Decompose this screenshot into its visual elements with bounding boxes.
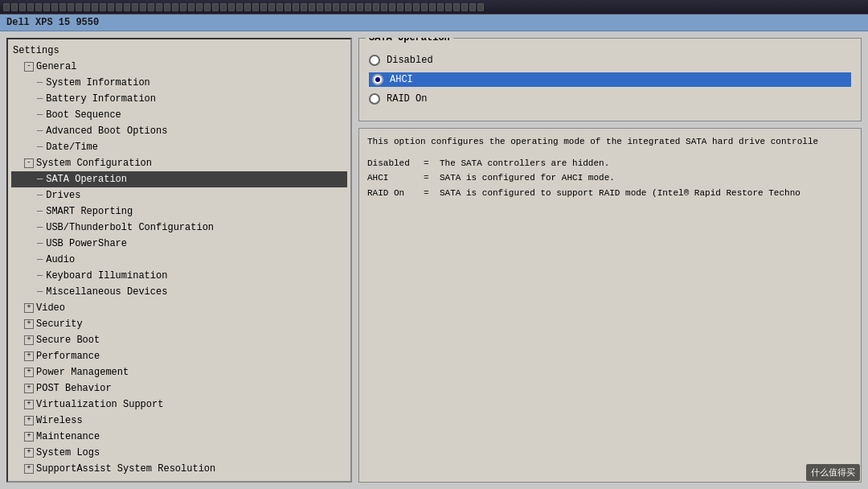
keyboard-illumination-label: Keyboard Illumination — [46, 269, 167, 283]
tree-root-settings: Settings — [11, 43, 347, 59]
tree-item-sata-operation[interactable]: — SATA Operation — [11, 171, 347, 187]
power-management-label: Power Management — [36, 365, 129, 380]
tree-item-power-management[interactable]: + Power Management — [11, 364, 347, 380]
info-table: Disabled = The SATA controllers are hidd… — [367, 156, 853, 201]
video-label: Video — [36, 301, 65, 315]
general-label: General — [36, 60, 76, 74]
advanced-boot-options-label: Advanced Boot Options — [46, 124, 167, 138]
battery-information-label: Battery Information — [46, 92, 156, 106]
radio-disabled-label: Disabled — [387, 55, 433, 66]
system-logs-expand-icon: + — [24, 448, 34, 458]
wireless-expand-icon: + — [24, 416, 34, 425]
sata-operation-label: SATA Operation — [46, 172, 127, 187]
tree-item-usb-thunderbolt[interactable]: — USB/Thunderbolt Configuration — [11, 220, 347, 236]
tree-item-boot-sequence[interactable]: — Boot Sequence — [11, 107, 347, 123]
radio-ahci-circle — [372, 74, 383, 85]
info-row-disabled: Disabled = The SATA controllers are hidd… — [367, 156, 853, 171]
info-key-ahci: AHCI — [367, 171, 424, 186]
info-eq-raid: = — [424, 186, 440, 201]
drives-label: Drives — [46, 188, 80, 203]
left-panel[interactable]: Settings - General — System Information … — [6, 38, 352, 483]
power-management-expand-icon: + — [24, 368, 34, 377]
secure-boot-label: Secure Boot — [36, 333, 100, 347]
wireless-label: Wireless — [36, 413, 83, 428]
post-behavior-label: POST Behavior — [36, 381, 112, 396]
general-expand-icon: - — [24, 62, 34, 72]
video-expand-icon: + — [24, 303, 34, 313]
tree-item-video[interactable]: + Video — [11, 300, 347, 316]
miscellaneous-devices-label: Miscellaneous Devices — [46, 285, 167, 299]
virtualization-support-label: Virtualization Support — [36, 397, 163, 412]
tree-item-system-configuration[interactable]: - System Configuration — [11, 155, 347, 171]
usb-thunderbolt-label: USB/Thunderbolt Configuration — [46, 220, 214, 235]
radio-raid-circle — [369, 93, 380, 105]
info-row-raid: RAID On = SATA is configured to support … — [367, 186, 853, 201]
maintenance-label: Maintenance — [36, 429, 100, 444]
right-panel: SATA Operation Disabled AHCI RAID On Th — [358, 38, 862, 483]
tree-item-smart-reporting[interactable]: — SMART Reporting — [11, 203, 347, 220]
tree-item-secure-boot[interactable]: + Secure Boot — [11, 332, 347, 348]
watermark-text: 什么值得买 — [811, 467, 855, 477]
performance-expand-icon: + — [24, 351, 34, 361]
info-val-raid: SATA is configured to support RAID mode … — [440, 186, 853, 201]
radio-ahci[interactable]: AHCI — [369, 72, 851, 87]
sata-box-title: SATA Operation — [366, 38, 453, 43]
info-description: This option configures the operating mod… — [367, 135, 853, 150]
info-box: This option configures the operating mod… — [358, 128, 862, 483]
tree-item-system-logs[interactable]: + System Logs — [11, 445, 347, 461]
virtualization-expand-icon: + — [24, 400, 34, 409]
info-key-raid: RAID On — [367, 186, 424, 201]
watermark: 什么值得买 — [806, 464, 860, 481]
maintenance-expand-icon: + — [24, 432, 34, 442]
tree-item-battery-information[interactable]: — Battery Information — [11, 91, 347, 107]
tree-item-maintenance[interactable]: + Maintenance — [11, 429, 347, 445]
tree-item-usb-powershare[interactable]: — USB PowerShare — [11, 236, 347, 252]
tree-item-supportassist[interactable]: + SupportAssist System Resolution — [11, 461, 347, 477]
tree-item-performance[interactable]: + Performance — [11, 348, 347, 364]
keyboard-keys — [3, 3, 484, 11]
supportassist-expand-icon: + — [24, 464, 34, 474]
info-row-ahci: AHCI = SATA is configured for AHCI mode. — [367, 171, 853, 186]
settings-label: Settings — [13, 43, 59, 58]
info-eq-ahci: = — [424, 171, 440, 186]
content-area: Settings - General — System Information … — [0, 31, 868, 489]
usb-powershare-label: USB PowerShare — [46, 236, 127, 251]
system-logs-label: System Logs — [36, 446, 100, 460]
info-val-disabled: The SATA controllers are hidden. — [440, 156, 853, 171]
bios-window: Dell XPS 15 9550 Settings - General — Sy… — [0, 14, 868, 489]
tree-item-date-time[interactable]: — Date/Time — [11, 139, 347, 155]
keyboard-strip — [0, 0, 868, 14]
tree-item-advanced-boot-options[interactable]: — Advanced Boot Options — [11, 123, 347, 139]
radio-raid-label: RAID On — [387, 93, 427, 105]
info-key-disabled: Disabled — [367, 156, 424, 171]
tree-item-security[interactable]: + Security — [11, 316, 347, 332]
smart-reporting-label: SMART Reporting — [46, 204, 133, 219]
security-label: Security — [36, 317, 83, 331]
sata-operation-box: SATA Operation Disabled AHCI RAID On — [358, 38, 862, 121]
tree-item-general[interactable]: - General — [11, 59, 347, 75]
tree-item-audio[interactable]: — Audio — [11, 252, 347, 268]
supportassist-label: SupportAssist System Resolution — [36, 462, 215, 476]
system-information-label: System Information — [46, 76, 150, 90]
radio-ahci-label: AHCI — [390, 74, 413, 85]
tree-item-virtualization-support[interactable]: + Virtualization Support — [11, 397, 347, 413]
tree-item-keyboard-illumination[interactable]: — Keyboard Illumination — [11, 268, 347, 284]
info-val-ahci: SATA is configured for AHCI mode. — [440, 171, 853, 186]
tree-item-miscellaneous-devices[interactable]: — Miscellaneous Devices — [11, 284, 347, 300]
performance-label: Performance — [36, 349, 100, 364]
tree-item-system-information[interactable]: — System Information — [11, 75, 347, 91]
tree-item-post-behavior[interactable]: + POST Behavior — [11, 380, 347, 397]
tree-item-wireless[interactable]: + Wireless — [11, 413, 347, 429]
radio-raid-on[interactable]: RAID On — [369, 93, 851, 105]
system-config-expand-icon: - — [24, 158, 34, 168]
date-time-label: Date/Time — [46, 140, 98, 154]
system-configuration-label: System Configuration — [36, 156, 152, 171]
tree-item-drives[interactable]: — Drives — [11, 187, 347, 203]
radio-disabled[interactable]: Disabled — [369, 55, 851, 66]
window-title: Dell XPS 15 9550 — [6, 17, 99, 28]
title-bar: Dell XPS 15 9550 — [0, 14, 868, 31]
radio-disabled-circle — [369, 55, 380, 66]
boot-sequence-label: Boot Sequence — [46, 108, 121, 122]
info-eq-disabled: = — [424, 156, 440, 171]
audio-label: Audio — [46, 253, 75, 267]
